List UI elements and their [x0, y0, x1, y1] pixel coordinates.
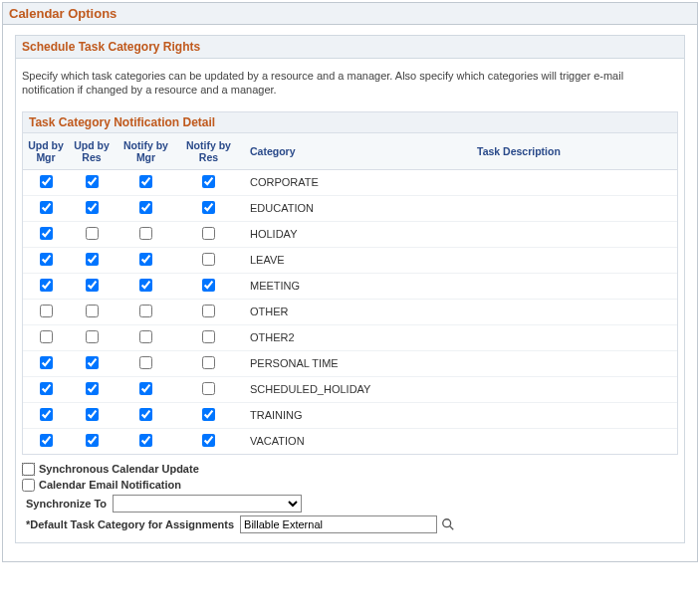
upd-res-checkbox[interactable] — [86, 175, 99, 188]
upd-res-checkbox[interactable] — [86, 434, 99, 447]
upd-mgr-checkbox[interactable] — [40, 253, 53, 266]
upd-res-checkbox[interactable] — [86, 305, 99, 317]
upd-mgr-checkbox[interactable] — [40, 279, 53, 292]
cell-checkbox — [69, 221, 115, 247]
upd-mgr-checkbox[interactable] — [40, 227, 53, 240]
not-res-checkbox[interactable] — [202, 382, 215, 395]
upd-res-checkbox[interactable] — [86, 227, 99, 240]
default-task-category-input[interactable] — [240, 515, 437, 533]
table-row: EDUCATION — [23, 195, 677, 221]
not-mgr-checkbox[interactable] — [139, 175, 152, 188]
not-res-checkbox[interactable] — [202, 227, 215, 240]
cell-checkbox — [177, 350, 240, 376]
not-res-checkbox[interactable] — [202, 201, 215, 214]
upd-mgr-checkbox[interactable] — [40, 305, 53, 317]
subpanel-title: Schedule Task Category Rights — [22, 40, 200, 54]
upd-res-checkbox[interactable] — [86, 253, 99, 266]
cell-checkbox — [69, 247, 115, 273]
sync-update-row: Synchronous Calendar Update — [22, 463, 678, 476]
cell-category: PERSONAL TIME — [240, 350, 473, 376]
cell-category: TRAINING — [240, 402, 473, 428]
lookup-icon[interactable] — [441, 517, 455, 531]
upd-res-checkbox[interactable] — [86, 201, 99, 214]
col-upd-by-res[interactable]: Upd by Res — [69, 133, 115, 170]
upd-mgr-checkbox[interactable] — [40, 382, 53, 395]
cell-checkbox — [115, 350, 177, 376]
not-mgr-checkbox[interactable] — [139, 356, 152, 369]
synchronize-to-select[interactable] — [113, 495, 302, 513]
table-title: Task Category Notification Detail — [29, 115, 215, 129]
upd-mgr-checkbox[interactable] — [40, 408, 53, 421]
not-res-checkbox[interactable] — [202, 253, 215, 266]
upd-res-checkbox[interactable] — [86, 408, 99, 421]
table-row: MEETING — [23, 273, 677, 299]
upd-res-checkbox[interactable] — [86, 279, 99, 292]
col-category[interactable]: Category — [240, 133, 473, 170]
table-row: CORPORATE — [23, 169, 677, 195]
not-res-checkbox[interactable] — [202, 279, 215, 292]
cell-category: EDUCATION — [240, 195, 473, 221]
cell-checkbox — [69, 169, 115, 195]
cell-checkbox — [115, 273, 177, 299]
cell-checkbox — [23, 221, 69, 247]
cell-checkbox — [69, 273, 115, 299]
not-mgr-checkbox[interactable] — [139, 434, 152, 447]
notification-detail-table: Upd by Mgr Upd by Res Notify by Mgr Noti… — [23, 133, 677, 454]
not-res-checkbox[interactable] — [202, 305, 215, 317]
cell-checkbox — [177, 324, 240, 350]
cell-checkbox — [177, 428, 240, 454]
cell-checkbox — [23, 169, 69, 195]
not-mgr-checkbox[interactable] — [139, 305, 152, 317]
email-notif-label[interactable]: Calendar Email Notification — [39, 479, 181, 491]
cell-task-description — [473, 428, 677, 454]
not-mgr-checkbox[interactable] — [139, 330, 152, 343]
not-mgr-checkbox[interactable] — [139, 382, 152, 395]
table-row: VACATION — [23, 428, 677, 454]
not-mgr-checkbox[interactable] — [139, 227, 152, 240]
email-notif-row: Calendar Email Notification — [22, 479, 678, 492]
cell-checkbox — [23, 299, 69, 324]
cell-category: OTHER2 — [240, 324, 473, 350]
upd-mgr-checkbox[interactable] — [40, 175, 53, 188]
not-mgr-checkbox[interactable] — [139, 279, 152, 292]
not-res-checkbox[interactable] — [202, 356, 215, 369]
table-row: OTHER2 — [23, 324, 677, 350]
col-notify-by-mgr[interactable]: Notify by Mgr — [115, 133, 177, 170]
not-res-checkbox[interactable] — [202, 175, 215, 188]
not-mgr-checkbox[interactable] — [139, 408, 152, 421]
upd-mgr-checkbox[interactable] — [40, 434, 53, 447]
cell-category: OTHER — [240, 299, 473, 324]
cell-task-description — [473, 195, 677, 221]
cell-checkbox — [69, 195, 115, 221]
email-notif-checkbox[interactable] — [22, 479, 35, 492]
cell-checkbox — [69, 299, 115, 324]
sync-update-label[interactable]: Synchronous Calendar Update — [39, 463, 199, 475]
upd-res-checkbox[interactable] — [86, 382, 99, 395]
cell-checkbox — [177, 376, 240, 402]
upd-res-checkbox[interactable] — [86, 356, 99, 369]
upd-mgr-checkbox[interactable] — [40, 356, 53, 369]
not-mgr-checkbox[interactable] — [139, 253, 152, 266]
cell-checkbox — [115, 221, 177, 247]
sync-update-checkbox[interactable] — [22, 463, 35, 476]
col-notify-by-res[interactable]: Notify by Res — [177, 133, 240, 170]
not-res-checkbox[interactable] — [202, 434, 215, 447]
upd-mgr-checkbox[interactable] — [40, 201, 53, 214]
cell-task-description — [473, 221, 677, 247]
cell-checkbox — [115, 195, 177, 221]
upd-mgr-checkbox[interactable] — [40, 330, 53, 343]
col-task-description[interactable]: Task Description — [473, 133, 677, 170]
table-title-bar: Task Category Notification Detail — [23, 112, 677, 133]
upd-res-checkbox[interactable] — [86, 330, 99, 343]
cell-checkbox — [115, 324, 177, 350]
table-row: HOLIDAY — [23, 221, 677, 247]
not-res-checkbox[interactable] — [202, 408, 215, 421]
not-mgr-checkbox[interactable] — [139, 201, 152, 214]
cell-task-description — [473, 299, 677, 324]
not-res-checkbox[interactable] — [202, 330, 215, 343]
col-upd-by-mgr[interactable]: Upd by Mgr — [23, 133, 69, 170]
cell-checkbox — [115, 299, 177, 324]
schedule-rights-subpanel: Schedule Task Category Rights Specify wh… — [15, 35, 685, 543]
default-task-category-label: *Default Task Category for Assignments — [26, 518, 234, 530]
cell-task-description — [473, 247, 677, 273]
